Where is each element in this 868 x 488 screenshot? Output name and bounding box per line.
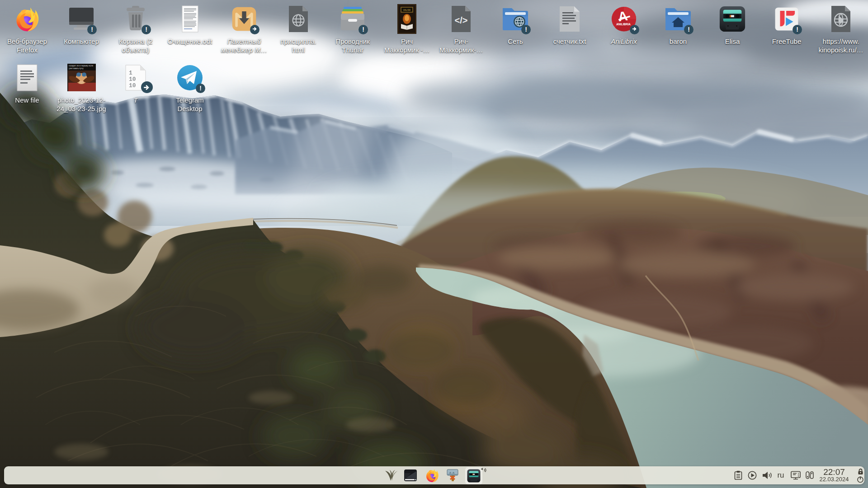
svg-text:VALISK: VALISK	[403, 9, 411, 11]
svg-text:узнгтовать пучу: узнгтовать пучу	[69, 67, 84, 70]
svg-text:1: 1	[129, 70, 132, 76]
svg-text:10: 10	[129, 82, 136, 89]
svg-text:10: 10	[129, 76, 136, 83]
svg-text:госадит ли в тюрьму если: госадит ли в тюрьму если	[69, 65, 94, 67]
svg-text:</>: </>	[455, 15, 468, 25]
svg-text:A: A	[617, 9, 628, 24]
svg-text:ANILIBRIA: ANILIBRIA	[616, 23, 631, 26]
